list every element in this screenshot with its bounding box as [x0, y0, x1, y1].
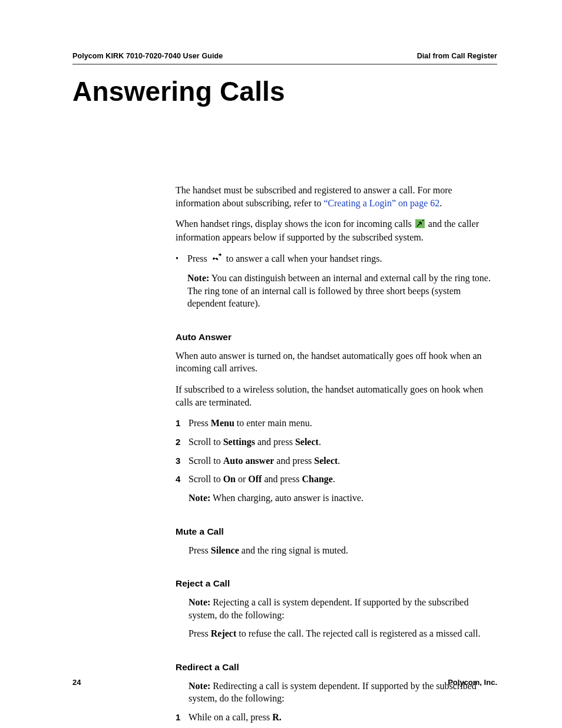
- kw: Select: [295, 437, 319, 447]
- step-number: 3: [176, 454, 189, 467]
- creating-a-login-link[interactable]: “Creating a Login” on page 62: [324, 198, 440, 208]
- kw: Reject: [211, 628, 237, 638]
- text: Press: [187, 253, 210, 263]
- kw: Menu: [211, 418, 234, 428]
- paragraph: If subscribed to a wireless solution, th…: [176, 383, 497, 409]
- note-label: Note:: [187, 273, 209, 283]
- text: Scroll to: [189, 474, 223, 484]
- text: Press: [189, 545, 211, 555]
- step-number: 1: [176, 711, 189, 724]
- text: While on a call, press: [189, 712, 272, 722]
- kw: Auto answer: [223, 456, 275, 466]
- text: and press: [262, 474, 302, 484]
- step-text: Scroll to On or Off and press Change.: [189, 473, 497, 486]
- kw: Settings: [223, 437, 255, 447]
- text: to answer a call when your handset rings…: [224, 253, 382, 263]
- step-number: 2: [176, 436, 189, 449]
- text: and the ring signal is muted.: [239, 545, 348, 555]
- section-heading-mute: Mute a Call: [176, 526, 497, 538]
- note-block: Note: You can distinguish between an int…: [187, 272, 497, 310]
- running-header: Polycom KIRK 7010-7020-7040 User Guide D…: [72, 52, 497, 65]
- note-text: When charging, auto answer is inactive.: [210, 493, 363, 503]
- incoming-call-icon: [415, 219, 425, 232]
- text: .: [338, 456, 340, 466]
- text: to enter main menu.: [234, 418, 312, 428]
- step-text: Press Menu to enter main menu.: [189, 417, 497, 430]
- text: Press: [189, 418, 211, 428]
- step-text: Scroll to Auto answer and press Select.: [189, 454, 497, 467]
- step-1: 1 While on a call, press R.: [176, 711, 497, 724]
- paragraph: When auto answer is turned on, the hands…: [176, 350, 497, 375]
- text: to refuse the call. The rejected call is…: [236, 628, 480, 638]
- note-text: You can distinguish between an internal …: [187, 273, 491, 308]
- text: .: [439, 198, 442, 208]
- step-number: 4: [176, 473, 189, 486]
- note-block: Note: Rejecting a call is system depende…: [189, 596, 497, 621]
- note-block: Note: When charging, auto answer is inac…: [189, 492, 497, 505]
- text: .: [333, 474, 335, 484]
- header-right: Dial from Call Register: [417, 52, 497, 60]
- answer-key-icon: [211, 253, 223, 266]
- section-heading-redirect: Redirect a Call: [176, 661, 497, 674]
- paragraph: Press Silence and the ring signal is mut…: [189, 544, 497, 557]
- step-4: 4 Scroll to On or Off and press Change.: [176, 473, 497, 486]
- section-body-reject: Note: Rejecting a call is system depende…: [176, 596, 497, 640]
- step-3: 3 Scroll to Auto answer and press Select…: [176, 454, 497, 467]
- text: When handset rings, display shows the ic…: [176, 219, 414, 229]
- intro-paragraph-1: The handset must be subscribed and regis…: [176, 184, 497, 209]
- text: or: [236, 474, 248, 484]
- text: Press: [189, 628, 211, 638]
- bullet-item: • Press to answer a call when your hands…: [176, 252, 497, 266]
- note-text: Rejecting a call is system dependent. If…: [189, 597, 468, 620]
- step-text: While on a call, press R.: [189, 711, 497, 724]
- chapter-title: Answering Calls: [72, 75, 497, 107]
- bullet-content: Press to answer a call when your handset…: [187, 252, 497, 266]
- bullet-marker: •: [176, 252, 187, 266]
- intro-paragraph-2: When handset rings, display shows the ic…: [176, 218, 497, 244]
- note-label: Note:: [189, 597, 210, 607]
- header-left: Polycom KIRK 7010-7020-7040 User Guide: [72, 52, 223, 60]
- text: Scroll to: [189, 437, 223, 447]
- kw: Silence: [211, 545, 239, 555]
- text: and press: [255, 437, 295, 447]
- kw: R.: [272, 712, 282, 722]
- section-body-mute: Press Silence and the ring signal is mut…: [176, 544, 497, 557]
- page-footer: 24 Polycom, Inc.: [72, 678, 497, 687]
- body-column: The handset must be subscribed and regis…: [176, 184, 497, 310]
- step-1: 1 Press Menu to enter main menu.: [176, 417, 497, 430]
- kw: On: [223, 474, 236, 484]
- kw: Select: [314, 456, 338, 466]
- page: Polycom KIRK 7010-7020-7040 User Guide D…: [0, 0, 562, 728]
- text: Scroll to: [189, 456, 223, 466]
- text: .: [319, 437, 321, 447]
- company-name: Polycom, Inc.: [448, 678, 497, 687]
- section-heading-auto-answer: Auto Answer: [176, 331, 497, 344]
- step-2: 2 Scroll to Settings and press Select.: [176, 436, 497, 449]
- paragraph: Press Reject to refuse the call. The rej…: [189, 627, 497, 640]
- kw: Off: [248, 474, 262, 484]
- step-text: Scroll to Settings and press Select.: [189, 436, 497, 449]
- page-number: 24: [72, 678, 81, 687]
- text: and press: [274, 456, 314, 466]
- step-number: 1: [176, 417, 189, 430]
- section-heading-reject: Reject a Call: [176, 578, 497, 590]
- note-label: Note:: [189, 493, 210, 503]
- kw: Change: [302, 474, 332, 484]
- section-body-auto-answer: When auto answer is turned on, the hands…: [176, 350, 497, 505]
